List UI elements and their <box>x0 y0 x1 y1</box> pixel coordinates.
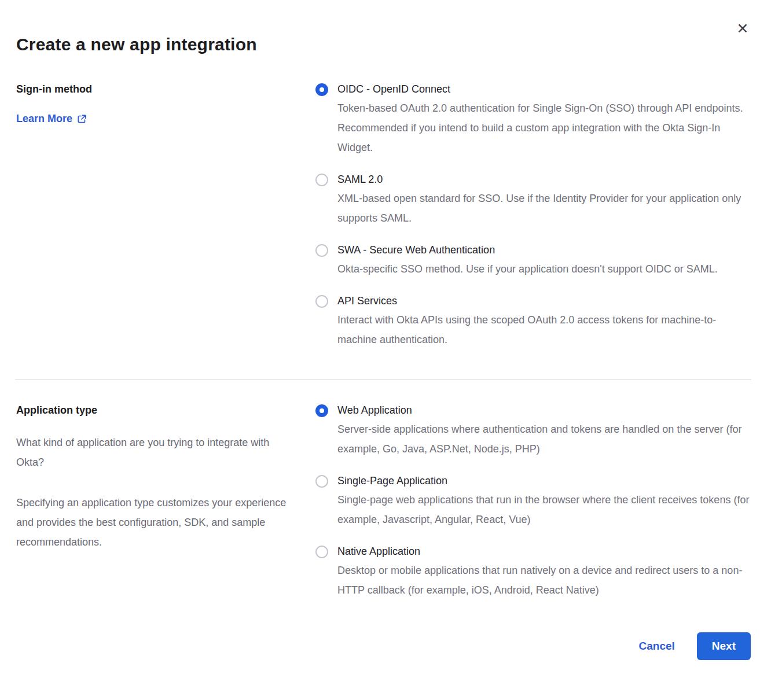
close-icon[interactable]: ✕ <box>734 20 751 37</box>
page-title: Create a new app integration <box>16 34 751 56</box>
application-type-label: Application type <box>16 403 298 418</box>
learn-more-link[interactable]: Learn More <box>16 112 87 126</box>
dialog-footer: Cancel Next <box>16 632 751 660</box>
radio-option-saml[interactable]: SAML 2.0 XML-based open standard for SSO… <box>315 172 751 228</box>
external-link-icon <box>77 114 87 124</box>
application-type-left-column: Application type What kind of applicatio… <box>16 403 315 552</box>
radio-unselected-icon[interactable] <box>315 174 328 186</box>
signin-method-left-column: Sign-in method Learn More <box>16 82 315 126</box>
radio-unselected-icon[interactable] <box>315 546 328 558</box>
section-divider <box>15 380 751 380</box>
radio-option-swa[interactable]: SWA - Secure Web Authentication Okta-spe… <box>315 243 751 279</box>
radio-option-description: Interact with Okta APIs using the scoped… <box>337 310 751 349</box>
radio-option-description: Okta-specific SSO method. Use if your ap… <box>337 259 751 279</box>
signin-method-label: Sign-in method <box>16 82 298 97</box>
radio-option-single-page-application[interactable]: Single-Page Application Single-page web … <box>315 474 751 529</box>
application-type-detail-text: Specifying an application type customize… <box>16 493 298 552</box>
radio-option-label[interactable]: Single-Page Application <box>337 474 751 488</box>
cancel-button[interactable]: Cancel <box>639 640 675 653</box>
radio-option-label[interactable]: API Services <box>337 294 751 308</box>
radio-unselected-icon[interactable] <box>315 475 328 488</box>
next-button[interactable]: Next <box>697 632 751 660</box>
radio-option-description: Server-side applications where authentic… <box>337 419 751 459</box>
radio-option-web-application[interactable]: Web Application Server-side applications… <box>315 403 751 459</box>
radio-unselected-icon[interactable] <box>315 244 328 257</box>
application-type-intro-text: What kind of application are you trying … <box>16 433 298 472</box>
application-type-section: Application type What kind of applicatio… <box>16 403 751 600</box>
radio-option-oidc[interactable]: OIDC - OpenID Connect Token-based OAuth … <box>315 82 751 157</box>
radio-option-native-application[interactable]: Native Application Desktop or mobile app… <box>315 544 751 600</box>
radio-option-description: XML-based open standard for SSO. Use if … <box>337 189 751 228</box>
radio-selected-icon[interactable] <box>315 83 328 96</box>
application-type-options: Web Application Server-side applications… <box>315 403 751 600</box>
radio-option-description: Single-page web applications that run in… <box>337 490 751 529</box>
radio-option-label[interactable]: Web Application <box>337 403 751 418</box>
signin-method-section: Sign-in method Learn More OIDC - OpenID … <box>16 82 751 349</box>
radio-option-label[interactable]: SAML 2.0 <box>337 172 751 187</box>
radio-option-label[interactable]: SWA - Secure Web Authentication <box>337 243 751 257</box>
radio-option-description: Token-based OAuth 2.0 authentication for… <box>337 98 751 157</box>
radio-unselected-icon[interactable] <box>315 295 328 308</box>
signin-method-options: OIDC - OpenID Connect Token-based OAuth … <box>315 82 751 349</box>
radio-selected-icon[interactable] <box>315 404 328 417</box>
create-app-integration-dialog: ✕ Create a new app integration Sign-in m… <box>0 0 771 700</box>
radio-option-label[interactable]: Native Application <box>337 544 751 559</box>
learn-more-label: Learn More <box>16 112 72 126</box>
radio-option-description: Desktop or mobile applications that run … <box>337 561 751 600</box>
radio-option-label[interactable]: OIDC - OpenID Connect <box>337 82 751 97</box>
radio-option-api-services[interactable]: API Services Interact with Okta APIs usi… <box>315 294 751 349</box>
